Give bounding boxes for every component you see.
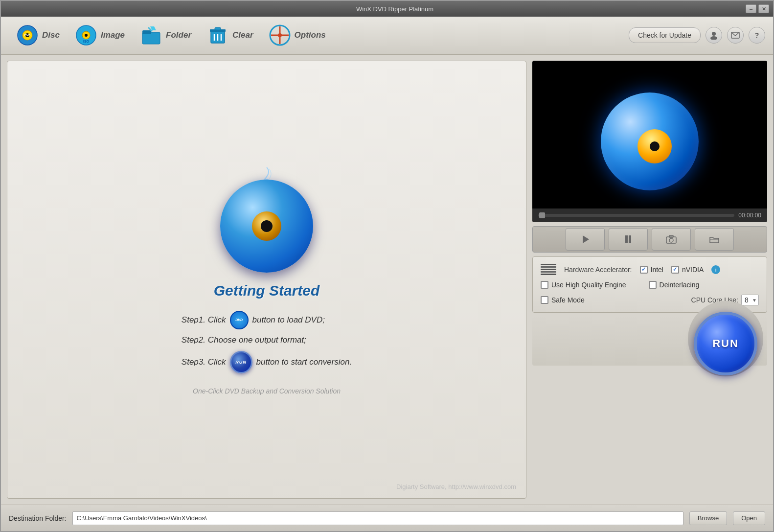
destination-folder-input[interactable]	[72, 511, 683, 525]
step3-run-icon: RUN	[230, 351, 252, 373]
preview-timeline: 00:00:00	[532, 208, 767, 222]
nvidia-checkbox[interactable]	[671, 266, 679, 274]
close-button[interactable]: ✕	[758, 4, 769, 13]
pause-icon	[623, 234, 633, 244]
info-icon[interactable]: i	[711, 265, 720, 274]
nvidia-label: nVIDIA	[682, 266, 704, 274]
destination-folder-label: Destination Folder:	[9, 514, 67, 522]
disc-hole	[261, 220, 273, 232]
main-window: WinX DVD Ripper Platinum – ✕ DVD Disc IS…	[0, 0, 774, 532]
minimize-button[interactable]: –	[746, 4, 756, 13]
options-button[interactable]: Options	[261, 21, 334, 50]
options-icon	[269, 24, 291, 46]
deinterlacing-label: Deinterlacing	[660, 281, 700, 289]
intel-checkbox[interactable]	[640, 266, 648, 274]
folder-icon	[140, 24, 162, 46]
getting-started-title: Getting Started	[214, 282, 320, 299]
steps-container: Step1. Click DVD button to load DVD; Ste…	[182, 311, 352, 373]
toolbar: DVD Disc ISO Image Folder	[1, 17, 773, 55]
run-button[interactable]: RUN	[694, 312, 757, 375]
folder-button[interactable]: Folder	[133, 21, 199, 50]
preview-disc-hole	[650, 141, 660, 151]
svg-rect-28	[629, 235, 631, 243]
check-update-button[interactable]: Check for Update	[629, 27, 701, 43]
preview-disc	[601, 93, 699, 190]
preview-area: 00:00:00	[532, 61, 767, 222]
right-panel: 00:00:00	[532, 61, 767, 499]
timeline-bar[interactable]	[538, 214, 734, 217]
help-button[interactable]: ?	[749, 27, 765, 44]
svg-text:DVD: DVD	[24, 34, 31, 37]
nvidia-checkbox-item[interactable]: nVIDIA	[671, 266, 704, 274]
deinterlacing-checkbox-item[interactable]: Deinterlacing	[649, 281, 700, 289]
snapshot-button[interactable]	[652, 228, 691, 251]
pause-button[interactable]	[609, 228, 648, 251]
dvd-graphic-area	[203, 165, 330, 278]
deinterlacing-checkbox[interactable]	[649, 281, 657, 289]
clear-button[interactable]: Clear	[199, 21, 261, 50]
play-icon	[580, 234, 590, 244]
help-icon: ?	[755, 31, 759, 39]
step1-line: Step1. Click DVD button to load DVD;	[182, 311, 325, 329]
safe-mode-checkbox[interactable]	[541, 296, 548, 304]
svg-point-22	[278, 33, 282, 37]
hw-accel-icon	[541, 264, 556, 275]
high-quality-checkbox[interactable]	[541, 281, 548, 289]
preview-dvd	[596, 88, 704, 195]
folder-label: Folder	[166, 30, 191, 40]
options-label: Options	[295, 30, 326, 40]
open-folder-button[interactable]	[695, 228, 734, 251]
run-button-wrapper: RUN	[694, 307, 757, 375]
play-button[interactable]	[566, 228, 605, 251]
high-quality-label: Use High Quality Engine	[551, 281, 626, 289]
timeline-thumb	[539, 212, 545, 218]
hardware-accelerator-label: Hardware Accelerator:	[564, 266, 632, 274]
clear-icon	[207, 24, 228, 46]
intel-checkbox-item[interactable]: Intel	[640, 266, 663, 274]
mail-icon	[731, 32, 740, 39]
step1-text: Step1. Click	[182, 315, 226, 325]
clear-label: Clear	[232, 30, 253, 40]
svg-marker-26	[583, 235, 589, 243]
run-area: RUN	[532, 317, 767, 366]
disc-label: Disc	[42, 30, 60, 40]
main-content: Getting Started Step1. Click DVD button …	[1, 55, 773, 505]
svg-rect-15	[215, 27, 221, 30]
left-panel: Getting Started Step1. Click DVD button …	[7, 61, 526, 499]
mail-button[interactable]	[727, 27, 744, 44]
svg-point-6	[85, 34, 88, 37]
step3-line: Step3. Click RUN button to start convers…	[182, 351, 352, 373]
intel-label: Intel	[651, 266, 663, 274]
disc-button[interactable]: DVD Disc	[9, 21, 68, 50]
svg-rect-27	[625, 235, 628, 243]
safe-mode-checkbox-item[interactable]: Safe Mode	[541, 296, 585, 304]
hardware-accelerator-row: Hardware Accelerator: Intel nVIDIA i	[541, 264, 759, 275]
watermark: Digiarty Software, http://www.winxdvd.co…	[396, 483, 516, 490]
svg-point-24	[710, 36, 717, 40]
timeline-time: 00:00:00	[738, 212, 761, 219]
step1-suffix: button to load DVD;	[252, 315, 325, 325]
step1-disc-icon: DVD	[230, 311, 249, 329]
step2-text: Step2. Choose one output format;	[182, 335, 306, 345]
title-bar: WinX DVD Ripper Platinum – ✕	[1, 1, 773, 17]
window-title: WinX DVD Ripper Platinum	[44, 5, 746, 13]
high-quality-checkbox-item[interactable]: Use High Quality Engine	[541, 281, 626, 289]
image-button[interactable]: ISO Image	[68, 21, 133, 50]
playback-controls	[532, 226, 767, 253]
main-disc	[220, 180, 313, 273]
image-icon: ISO	[75, 24, 97, 46]
title-buttons: – ✕	[746, 4, 769, 13]
disc-icon: DVD	[17, 24, 38, 46]
cpu-core-select[interactable]: 8 1 2 4 6	[741, 295, 759, 305]
user-account-button[interactable]	[706, 27, 722, 44]
open-button[interactable]: Open	[733, 511, 765, 525]
browse-button[interactable]: Browse	[689, 511, 727, 525]
image-label: Image	[101, 30, 125, 40]
bottom-bar: Destination Folder: Browse Open	[1, 505, 773, 531]
svg-rect-31	[669, 235, 673, 237]
svg-point-30	[669, 238, 673, 242]
snapshot-icon	[666, 235, 677, 244]
user-icon	[709, 31, 718, 40]
svg-point-23	[712, 32, 716, 36]
toolbar-right: Check for Update ?	[629, 27, 765, 44]
